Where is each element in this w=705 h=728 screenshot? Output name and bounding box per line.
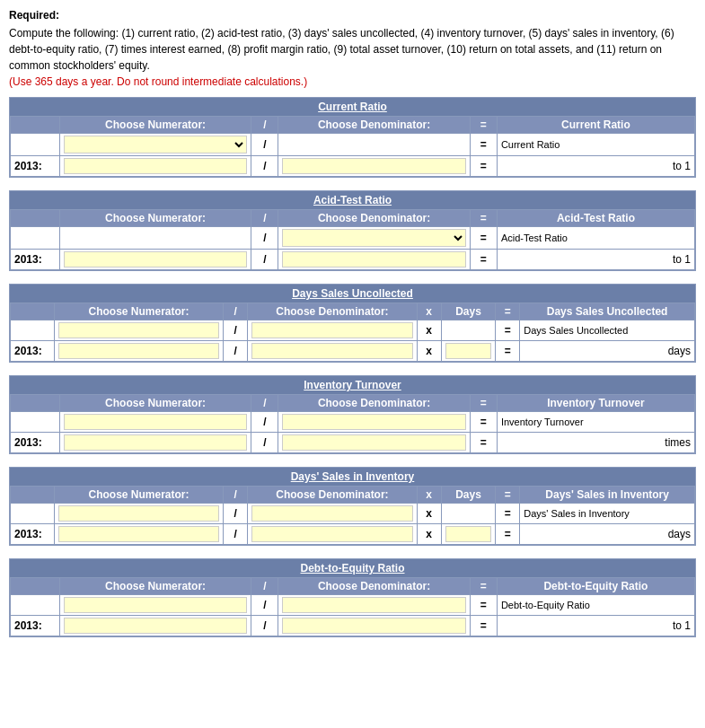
current-ratio-denominator-header: Choose Denominator: xyxy=(278,117,470,134)
it-denominator-input[interactable] xyxy=(282,434,465,451)
inventory-turnover-title: Inventory Turnover xyxy=(10,376,695,394)
acid-test-denominator-input[interactable] xyxy=(282,251,465,268)
current-ratio-col-empty xyxy=(11,117,60,134)
acid-test-numerator-input-cell[interactable] xyxy=(60,250,251,270)
current-ratio-result-value: to 1 xyxy=(497,156,694,177)
dsi-x2: x xyxy=(417,524,441,545)
current-ratio-div-header: / xyxy=(251,117,278,134)
dsu-result-header: Days Sales Uncollected xyxy=(520,303,695,320)
current-ratio-denominator-input-cell[interactable] xyxy=(278,156,470,177)
dte-numerator-input-label[interactable] xyxy=(64,597,247,613)
dsi-denominator-header: Choose Denominator: xyxy=(248,487,418,504)
dsu-div-header: / xyxy=(224,303,248,320)
dsi-eq2: = xyxy=(496,524,520,545)
dte-eq-header: = xyxy=(470,578,497,595)
dsi-col-empty xyxy=(11,487,55,504)
it-numerator-input-cell[interactable] xyxy=(60,433,251,453)
it-eq-header: = xyxy=(470,395,497,412)
acid-test-result-header: Acid-Test Ratio xyxy=(497,210,694,227)
dsu-days-input[interactable] xyxy=(445,343,492,359)
it-result-header: Inventory Turnover xyxy=(497,395,694,412)
acid-test-denominator-select[interactable] xyxy=(282,229,465,247)
dsi-numerator-input[interactable] xyxy=(58,526,220,542)
dte-denominator-cell[interactable] xyxy=(278,595,470,616)
dte-div1: / xyxy=(251,595,278,616)
current-ratio-numerator-input[interactable] xyxy=(64,158,247,174)
dte-col-empty xyxy=(11,578,60,595)
dsi-result-label: Days' Sales in Inventory xyxy=(520,504,695,524)
dsi-denominator-input[interactable] xyxy=(251,526,413,542)
dsi-days-input-cell[interactable] xyxy=(441,524,496,545)
dsu-denominator-input-cell[interactable] xyxy=(248,341,418,362)
it-denominator-cell[interactable] xyxy=(278,412,470,433)
dte-result-label: Debt-to-Equity Ratio xyxy=(497,595,694,616)
acid-test-section: Acid-Test Ratio Choose Numerator: / Choo… xyxy=(9,190,696,271)
acid-test-eq1: = xyxy=(470,227,497,250)
dsi-days-header: Days xyxy=(441,487,496,504)
dsu-days-input-cell[interactable] xyxy=(441,341,496,362)
acid-test-div2: / xyxy=(251,250,278,270)
current-ratio-div2: / xyxy=(251,156,278,177)
current-ratio-numerator-select[interactable] xyxy=(64,136,247,153)
it-denominator-input-cell[interactable] xyxy=(278,433,470,453)
it-numerator-input[interactable] xyxy=(64,434,247,451)
dsi-x1: x xyxy=(417,504,441,524)
dsu-denominator-input-label[interactable] xyxy=(251,322,413,338)
dte-label-empty xyxy=(11,595,60,616)
current-ratio-numerator-input-cell[interactable] xyxy=(60,156,251,177)
dte-numerator-cell[interactable] xyxy=(60,595,251,616)
dte-denominator-input-cell[interactable] xyxy=(278,616,470,636)
it-eq1: = xyxy=(470,412,497,433)
dte-numerator-header: Choose Numerator: xyxy=(60,578,251,595)
dsi-numerator-cell[interactable] xyxy=(54,504,224,524)
it-denominator-input-label[interactable] xyxy=(282,414,465,430)
current-ratio-denominator-input[interactable] xyxy=(282,158,465,174)
acid-test-denominator-input-cell[interactable] xyxy=(278,250,470,270)
dsi-result-header: Days' Sales in Inventory xyxy=(520,487,695,504)
dsi-numerator-input-label[interactable] xyxy=(58,505,220,522)
acid-test-label-empty xyxy=(11,227,60,250)
it-col-empty xyxy=(11,395,60,412)
dsi-days-cell xyxy=(441,504,496,524)
dte-numerator-input[interactable] xyxy=(64,618,247,634)
acid-test-col-empty xyxy=(11,210,60,227)
current-ratio-section: Current Ratio Choose Numerator: / Choose… xyxy=(9,97,696,178)
dte-denominator-input-label[interactable] xyxy=(282,597,465,613)
it-div1: / xyxy=(251,412,278,433)
dte-denominator-input[interactable] xyxy=(282,618,465,634)
current-ratio-title: Current Ratio xyxy=(10,98,695,116)
inventory-turnover-section: Inventory Turnover Choose Numerator: / C… xyxy=(9,375,696,454)
dsu-numerator-input-label[interactable] xyxy=(58,322,220,338)
dsu-numerator-input[interactable] xyxy=(58,343,220,359)
days-sales-inventory-title: Days' Sales in Inventory xyxy=(10,468,695,486)
dsu-year: 2013: xyxy=(11,341,55,362)
debt-to-equity-section: Debt-to-Equity Ratio Choose Numerator: /… xyxy=(9,558,696,637)
dsu-numerator-header: Choose Numerator: xyxy=(54,303,224,320)
dsi-numerator-header: Choose Numerator: xyxy=(54,487,224,504)
dsu-numerator-input-cell[interactable] xyxy=(54,341,224,362)
dsu-numerator-cell[interactable] xyxy=(54,320,224,341)
dsi-numerator-input-cell[interactable] xyxy=(54,524,224,545)
it-numerator-cell[interactable] xyxy=(60,412,251,433)
dte-result-header: Debt-to-Equity Ratio xyxy=(497,578,694,595)
dsi-denominator-input-label[interactable] xyxy=(251,505,413,522)
it-result-value: times xyxy=(497,433,694,453)
dsu-denominator-cell[interactable] xyxy=(248,320,418,341)
dsi-denominator-input-cell[interactable] xyxy=(248,524,418,545)
dte-numerator-input-cell[interactable] xyxy=(60,616,251,636)
dsi-days-input[interactable] xyxy=(445,526,492,542)
dte-year: 2013: xyxy=(11,616,60,636)
current-ratio-numerator-cell[interactable] xyxy=(60,134,251,156)
it-numerator-input-label[interactable] xyxy=(64,414,247,430)
required-label: Required: xyxy=(9,9,696,22)
dsi-denominator-cell[interactable] xyxy=(248,504,418,524)
it-div2: / xyxy=(251,433,278,453)
it-div-header: / xyxy=(251,395,278,412)
acid-test-denominator-cell[interactable] xyxy=(278,227,470,250)
dsu-denominator-input[interactable] xyxy=(251,343,413,359)
dsi-div2: / xyxy=(224,524,248,545)
current-ratio-label-empty xyxy=(11,134,60,156)
acid-test-numerator-input[interactable] xyxy=(64,251,247,268)
dsi-x-header: x xyxy=(417,487,441,504)
days-sales-uncollected-title: Days Sales Uncollected xyxy=(10,285,695,303)
